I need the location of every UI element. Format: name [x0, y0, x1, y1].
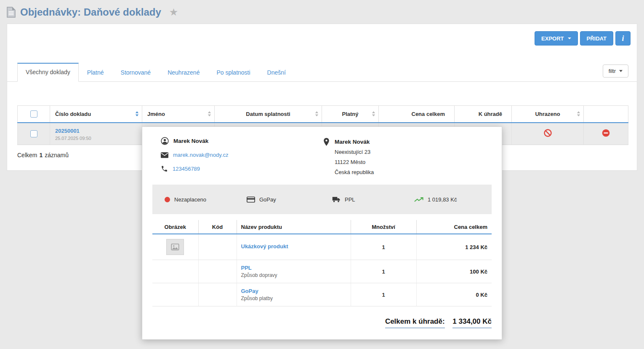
product-row: PPL Způsob dopravy 1 100 Kč [152, 260, 492, 283]
sort-icon[interactable] [315, 111, 319, 117]
address-city: 11122 Město [335, 157, 374, 167]
customer-name: Marek Novák [173, 138, 208, 144]
sort-icon[interactable] [372, 111, 375, 117]
product-name-link[interactable]: Ukázkový produkt [241, 243, 288, 250]
filter-button-label: filtr [609, 68, 616, 74]
caret-down-icon [568, 38, 571, 39]
products-table: Obrázek Kód Název produktu Množství Cena… [152, 220, 492, 306]
product-quantity: 1 [351, 283, 416, 306]
address-name: Marek Novák [335, 137, 374, 147]
column-label: Číslo dokladu [55, 111, 91, 117]
tab-stornovane[interactable]: Stornované [112, 63, 160, 82]
page: Objednávky: Daňové doklady ★ EXPORT PŘID… [0, 0, 644, 349]
order-total-value: 1 334,00 Kč [452, 317, 492, 328]
column-header-obrazek: Obrázek [152, 220, 198, 234]
filter-button[interactable]: filtr [603, 64, 628, 78]
minus-circle-icon[interactable] [602, 129, 610, 137]
product-row: Ukázkový produkt 1 1 234 Kč [152, 234, 492, 260]
column-label: Uhrazeno [535, 111, 560, 117]
product-name-link[interactable]: PPL [241, 265, 252, 271]
sort-icon[interactable] [135, 111, 139, 117]
product-image [152, 260, 198, 283]
prohibited-icon [544, 129, 552, 137]
records-count: 1 [39, 152, 43, 158]
column-header-nazev-produktu: Název produktu [237, 220, 351, 234]
column-label: Cena celkem [412, 111, 445, 117]
column-label: Jméno [147, 111, 165, 117]
column-label: K úhradě [479, 111, 502, 117]
tab-platne[interactable]: Platné [79, 63, 112, 82]
sort-icon[interactable] [208, 111, 211, 117]
contact-details: Marek Novák marek.novak@nody.cz 12345678… [161, 137, 323, 179]
unpaid-status-dot-icon [165, 197, 170, 202]
customer-phone-link[interactable]: 123456789 [173, 166, 200, 172]
payment-method: GoPay [259, 196, 276, 203]
trending-up-icon [414, 197, 423, 202]
product-image [152, 283, 198, 306]
order-detail-popup: Marek Novák marek.novak@nody.cz 12345678… [142, 126, 502, 340]
sort-icon[interactable] [577, 111, 580, 117]
column-header-datum-splatnosti[interactable]: Datum splatnosti [215, 106, 322, 123]
tab-dnesni[interactable]: Dnešní [259, 63, 294, 82]
column-header-cislo-dokladu[interactable]: Číslo dokladu [50, 106, 142, 123]
info-button[interactable]: i [615, 31, 631, 46]
address-block: Marek Novák Neexistující 23 11122 Město … [323, 137, 374, 179]
image-placeholder-icon [166, 239, 184, 255]
truck-icon [332, 196, 341, 203]
add-button-label: PŘIDAT [587, 35, 607, 42]
user-icon [161, 137, 169, 145]
export-button[interactable]: EXPORT [535, 31, 577, 46]
address-country: Česká republika [335, 167, 374, 177]
column-label: Platný [342, 111, 358, 117]
column-header-kod: Kód [198, 220, 237, 234]
product-total: 100 Kč [416, 260, 492, 283]
chevron-down-icon [619, 70, 623, 72]
product-total: 1 234 Kč [416, 234, 492, 260]
document-number-link[interactable]: 20250001 [55, 128, 80, 134]
column-header-cena-celkem: Cena celkem [416, 220, 492, 234]
product-total: 0 Kč [416, 283, 492, 306]
document-created-date: 25.07.2025 09:50 [55, 136, 137, 141]
column-header-mnozstvi: Množství [351, 220, 416, 234]
info-icon: i [622, 34, 624, 43]
tabs: Všechny doklady Platné Stornované Neuhra… [17, 63, 628, 81]
product-row: GoPay Způsob platby 1 0 Kč [152, 283, 492, 306]
product-subtitle: Způsob platby [241, 295, 346, 301]
column-header-k-uhrade[interactable]: K úhradě [455, 106, 512, 123]
contact-section: Marek Novák marek.novak@nody.cz 12345678… [152, 135, 492, 179]
favorite-star-icon[interactable]: ★ [169, 7, 178, 17]
product-name-link[interactable]: GoPay [241, 288, 258, 294]
column-header-uhrazeno[interactable]: Uhrazeno [512, 106, 584, 123]
summary-suffix: záznamů [45, 152, 69, 158]
column-header-jmeno[interactable]: Jméno [142, 106, 215, 123]
column-header-actions [584, 106, 628, 123]
column-header-platny[interactable]: Platný [322, 106, 379, 123]
order-total: Celkem k úhradě: 1 334,00 Kč [152, 317, 492, 328]
product-subtitle: Způsob dopravy [241, 272, 346, 278]
payment-status: Nezaplaceno [174, 196, 206, 203]
column-header-cena-celkem[interactable]: Cena celkem [379, 106, 455, 123]
export-button-label: EXPORT [541, 35, 564, 42]
document-icon [7, 7, 16, 18]
tab-po-splatnosti[interactable]: Po splatnosti [208, 63, 258, 82]
product-quantity: 1 [351, 234, 416, 260]
products-header-row: Obrázek Kód Název produktu Množství Cena… [152, 220, 492, 234]
credit-card-icon [247, 196, 255, 203]
summary-prefix: Celkem [17, 152, 37, 158]
tab-neuhrazene[interactable]: Neuhrazené [159, 63, 208, 82]
location-pin-icon [323, 138, 330, 146]
customer-email-link[interactable]: marek.novak@nody.cz [173, 152, 228, 158]
product-code [198, 234, 237, 260]
product-quantity: 1 [351, 260, 416, 283]
page-title: Objednávky: Daňové doklady [20, 6, 161, 18]
select-all-checkbox[interactable] [30, 110, 37, 118]
tab-vsechny-doklady[interactable]: Všechny doklady [17, 63, 79, 82]
profit-amount: 1 019,83 Kč [428, 196, 457, 203]
order-status-bar: Nezaplaceno GoPay PPL 1 019,83 Kč [152, 185, 492, 214]
email-icon [161, 152, 168, 158]
product-code [198, 260, 237, 283]
order-total-label: Celkem k úhradě: [385, 317, 445, 328]
tabs-row: Všechny doklady Platné Stornované Neuhra… [7, 63, 637, 82]
add-button[interactable]: PŘIDAT [580, 31, 613, 46]
row-checkbox[interactable] [30, 130, 37, 137]
